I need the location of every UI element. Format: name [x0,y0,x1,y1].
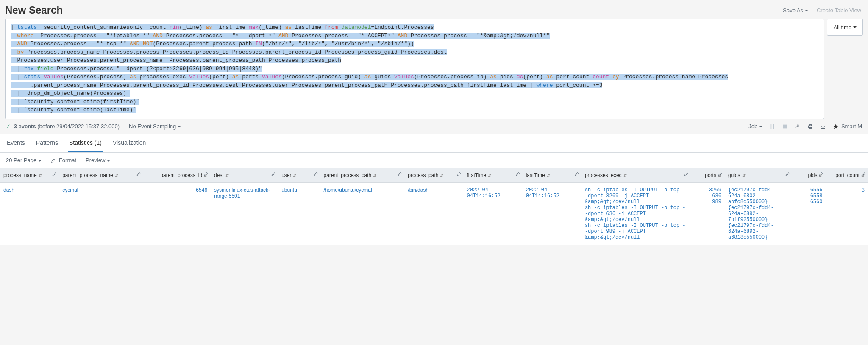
cell-process_path[interactable]: /bin/dash [404,183,463,245]
page-title: New Search [5,4,63,16]
cell-pids[interactable]: 655665586560 [792,183,826,245]
table-row: dashcycmal6546sysmonlinux-ctus-attack-ra… [0,183,868,245]
smart-mode-menu[interactable]: Smart M [833,123,862,130]
col-processes_exec[interactable]: processes_exec [581,168,691,183]
cell-ports[interactable]: 3269636989 [691,183,725,245]
col-firstTime[interactable]: firstTime [464,168,523,183]
create-table-view-link[interactable]: Create Table View [817,7,861,14]
pencil-icon[interactable] [457,171,461,177]
col-ports[interactable]: ports [691,168,725,183]
download-icon[interactable] [820,123,826,130]
pencil-icon[interactable] [52,171,56,177]
tab-statistics[interactable]: Statistics (1) [68,134,103,152]
cell-dest[interactable]: sysmonlinux-ctus-attack-range-5501 [211,183,278,245]
svg-rect-0 [771,124,772,129]
cell-processes_exec[interactable]: sh -c iptables -I OUTPUT -p tcp --dport … [581,183,691,245]
per-page-menu[interactable]: 20 Per Page [6,157,42,163]
print-icon[interactable] [807,123,813,130]
col-process_name[interactable]: process_name [0,168,59,183]
svg-rect-4 [810,125,812,126]
cell-lastTime[interactable]: 2022-04-04T14:16:52 [523,183,581,245]
pause-icon[interactable] [769,123,775,130]
pencil-icon[interactable] [398,171,402,177]
cell-port_count[interactable]: 3 [826,183,868,245]
svg-rect-2 [783,125,787,129]
cell-guids[interactable]: {ec21797c-fdd4-624a-6802-abfc8d550000}{e… [725,183,792,245]
cell-parent_process_name[interactable]: cycmal [59,183,143,245]
col-guids[interactable]: guids [725,168,792,183]
job-menu[interactable]: Job [748,123,762,130]
cell-process_name[interactable]: dash [0,183,59,245]
results-table: process_nameparent_process_nameparent_pr… [0,168,868,245]
svg-rect-1 [773,124,774,129]
search-input[interactable]: | tstats `security_content_summariesonly… [5,19,824,119]
pencil-icon[interactable] [684,171,688,177]
col-process_path[interactable]: process_path [404,168,463,183]
col-parent_process_path[interactable]: parent_process_path [320,168,405,183]
col-user[interactable]: user [278,168,320,183]
pencil-icon[interactable] [516,171,520,177]
cell-parent_process_path[interactable]: /home/ubuntu/cycmal [320,183,405,245]
time-range-picker[interactable]: All time [827,19,863,36]
col-parent_process_name[interactable]: parent_process_name [59,168,143,183]
pencil-icon[interactable] [575,171,579,177]
col-pids[interactable]: pids [792,168,826,183]
cell-firstTime[interactable]: 2022-04-04T14:16:52 [464,183,523,245]
pencil-icon[interactable] [718,171,722,177]
col-port_count[interactable]: port_count [826,168,868,183]
cell-parent_process_id[interactable]: 6546 [143,183,211,245]
tab-visualization[interactable]: Visualization [112,134,147,152]
check-icon: ✓ [6,123,11,130]
share-icon[interactable] [795,123,801,130]
pencil-icon[interactable] [314,171,318,177]
format-menu[interactable]: Format [51,157,76,163]
pencil-icon[interactable] [271,171,275,177]
save-as-menu[interactable]: Save As [783,7,808,14]
stop-icon[interactable] [782,123,788,130]
tab-patterns[interactable]: Patterns [35,134,59,152]
col-lastTime[interactable]: lastTime [523,168,581,183]
job-status-summary: ✓ 3 events (before 29/04/2022 15:37:32.0… [6,123,120,130]
pencil-icon[interactable] [136,171,141,177]
cell-user[interactable]: ubuntu [278,183,320,245]
preview-menu[interactable]: Preview [86,157,110,163]
pencil-icon[interactable] [819,171,823,177]
pencil-icon[interactable] [785,171,790,177]
col-parent_process_id[interactable]: parent_process_id [143,168,211,183]
col-dest[interactable]: dest [211,168,278,183]
event-sampling-menu[interactable]: No Event Sampling [129,123,181,130]
pencil-icon[interactable] [861,171,865,177]
pencil-icon[interactable] [204,171,208,177]
tab-events[interactable]: Events [6,134,26,152]
